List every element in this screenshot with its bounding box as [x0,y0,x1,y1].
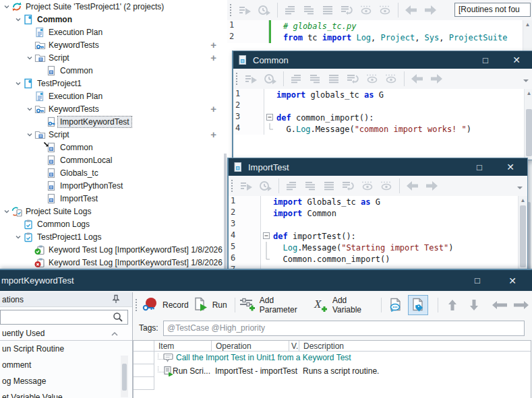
scroll-up-icon[interactable]: ▲ [519,196,527,204]
tree-item[interactable]: Script+ [0,51,227,64]
tree-item[interactable]: TestProject1 [0,77,227,90]
tree-item[interactable]: Common [0,13,227,26]
tree-item[interactable]: ImportKeywordTest [0,115,227,128]
routines-combo[interactable]: [Routines not fou [454,3,531,17]
add-item-plus-button[interactable]: + [210,103,216,114]
comment-lines-icon[interactable] [288,71,305,87]
navigate-back-icon[interactable] [409,71,426,87]
add-item-plus-button[interactable]: + [210,52,216,63]
show-hidden-code-icon[interactable] [378,178,395,194]
row-gutter-cell[interactable] [134,364,154,377]
revert-lines-icon[interactable] [338,2,356,18]
expand-chevron-icon[interactable] [2,3,11,10]
table-row[interactable]: Call the Import Test in Unit1 from a Key… [134,352,531,364]
comment-lines-icon[interactable] [282,2,299,18]
navigate-back-icon[interactable] [403,2,420,18]
add-item-plus-button[interactable]: + [210,39,216,51]
row-gutter-cell[interactable] [134,352,154,364]
operation-list-item[interactable]: omment [0,357,132,373]
tree-item[interactable]: Keyword Test Log [ImportKeywordTest] 1/8… [0,256,227,269]
tree-item[interactable]: KeywordTests+ [0,38,227,51]
editor-vertical-scrollbar[interactable]: ▲ [524,89,532,160]
record-button[interactable]: Record [142,297,189,314]
column-header-operation[interactable]: Operation [212,341,289,351]
tree-item[interactable]: ImportPythonTest [0,179,227,192]
search-input[interactable] [1,310,112,324]
uncomment-lines-icon[interactable] [301,2,318,18]
maximize-button[interactable]: □ [471,158,488,176]
editor-vertical-scrollbar[interactable]: ▲ [518,196,527,270]
profile-routine-icon[interactable] [257,178,274,194]
toggle-hidden-code-icon[interactable] [359,178,376,194]
tree-item[interactable]: Project Suite Logs [0,205,227,218]
code-editor[interactable]: 1import Globals_tc as G2import Common34d… [229,196,527,270]
tree-item[interactable]: Common [0,64,227,77]
toolbar-grip[interactable] [236,73,237,85]
uncomment-lines-icon[interactable] [302,178,320,194]
expand-chevron-icon[interactable] [2,208,11,215]
tree-item[interactable]: Execution Plan [0,90,227,102]
maximize-button[interactable]: □ [469,270,486,291]
add-variable-button[interactable]: X Add Variable [313,296,374,314]
code-editor[interactable]: 1import globals_tc as G23def common_impo… [233,89,532,160]
operation-list-item[interactable]: un Script Routine [0,341,132,357]
profile-routine-icon[interactable] [256,2,273,18]
add-item-plus-button[interactable]: + [210,129,216,140]
table-row-empty[interactable] [134,377,531,390]
maximize-button[interactable]: □ [477,51,494,69]
tree-item[interactable]: Globals_tc [0,166,227,179]
run-routine-icon[interactable] [237,2,254,18]
expand-chevron-icon[interactable] [25,131,34,138]
format-lines-icon[interactable] [321,178,338,194]
tree-scrollbar[interactable] [224,154,227,269]
navigate-forward-icon[interactable] [423,178,440,194]
operations-scrollbar[interactable] [121,356,128,397]
close-button[interactable]: ✕ [504,270,521,291]
tree-item[interactable]: Common [0,141,227,154]
table-row[interactable]: Run Scri...ImportTest - importTestRuns a… [134,364,531,377]
uncomment-lines-icon[interactable] [307,71,324,87]
fold-collapse-icon[interactable] [261,230,272,242]
window-titlebar[interactable]: Common □ ✕ [233,51,532,69]
toolbar-grip[interactable] [230,4,231,16]
expand-chevron-icon[interactable] [25,55,34,61]
operations-group-header[interactable]: uently Used [0,327,132,341]
expand-chevron-icon[interactable] [13,16,23,23]
toolbar-overflow-icon[interactable] [523,76,529,86]
move-left-button[interactable] [490,296,509,314]
toggle-tags-button[interactable] [408,295,428,315]
tree-item[interactable]: Script+ [0,128,227,141]
scroll-up-icon[interactable]: ▲ [525,89,532,97]
tree-item[interactable]: KeywordTests+ [0,102,227,115]
tree-item[interactable]: ImportTest [0,192,227,205]
window-titlebar[interactable]: mportKeywordTest □ ✕ [0,270,532,291]
format-lines-icon[interactable] [320,2,337,18]
scrollbar-thumb[interactable] [122,364,127,391]
profile-routine-icon[interactable] [262,71,279,87]
fold-collapse-icon[interactable] [264,112,275,123]
move-up-button[interactable] [443,296,462,314]
scrollbar-thumb[interactable] [520,205,526,267]
tree-item[interactable]: Project Suite 'TestProject1' (2 projects… [0,0,227,13]
toolbar-overflow-icon[interactable] [516,183,523,193]
move-right-button[interactable] [512,296,531,314]
navigate-forward-icon[interactable] [421,2,439,18]
toggle-hidden-code-icon[interactable] [363,71,381,87]
revert-lines-icon[interactable] [340,178,357,194]
tree-item[interactable]: CommonLocal [0,154,227,166]
tree-item[interactable]: TestProject1 Logs [0,230,227,243]
tree-item[interactable]: Keyword Test Log [ImportKeywordTest] 1/8… [0,243,227,256]
show-hidden-code-icon[interactable] [376,2,394,18]
pin-icon[interactable] [112,294,120,306]
row-gutter-cell[interactable] [134,377,154,390]
toggle-hidden-code-icon[interactable] [357,2,375,18]
navigate-forward-icon[interactable] [427,71,445,87]
scrollbar-thumb[interactable] [526,109,532,156]
search-icon[interactable] [113,312,123,325]
format-lines-icon[interactable] [326,71,343,87]
column-header-item[interactable]: Item [154,341,212,351]
expand-chevron-icon[interactable] [13,234,23,240]
navigate-back-icon[interactable] [404,178,421,194]
tags-input[interactable] [163,321,525,336]
comment-lines-icon[interactable] [283,178,301,194]
